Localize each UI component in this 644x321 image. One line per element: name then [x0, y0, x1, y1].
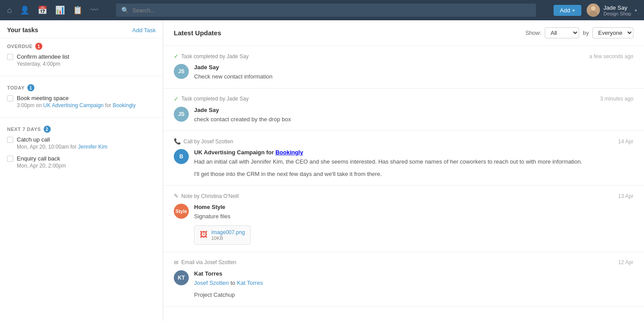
feed-detail: Jade Say check contact created by the dr…	[194, 107, 633, 124]
feed-text: check contact created by the drop box	[194, 115, 633, 124]
feed-name: Home Style	[194, 204, 633, 210]
feed-body: KT Kat Torres Josef Szotten to Kat Torre…	[174, 270, 633, 299]
main-content: Latest Updates Show: All Tasks Calls Not…	[163, 20, 644, 321]
user-area[interactable]: Jade Say Design Shop ▾	[587, 4, 637, 17]
avatar: JS	[174, 107, 189, 122]
show-select[interactable]: All Tasks Calls Notes Emails	[545, 27, 579, 38]
feed-detail: UK Advertising Campaign for Bookingly Ha…	[194, 149, 633, 178]
avatar	[587, 4, 600, 17]
feed-timestamp: 14 Apr	[618, 138, 633, 145]
task-checkbox[interactable]	[7, 54, 13, 60]
overdue-label: OVERDUE 1	[7, 43, 156, 50]
task-item: Book meeting space 3:00pm on UK Advertis…	[7, 95, 156, 108]
show-controls: Show: All Tasks Calls Notes Emails by Ev…	[525, 27, 633, 38]
chevron-down-icon: ▾	[635, 8, 637, 13]
top-navigation: ⌂ 👤 📅 📊 📋 〰 🔍 Add + Jade Say Design Sho	[0, 0, 644, 20]
feed-text: Josef Szotten to Kat Torres	[194, 279, 633, 287]
task-meta: Mon, Apr 20, 2:00pm	[17, 163, 156, 169]
phone-icon: 📞	[174, 138, 181, 145]
feed-item-4: ✎ Note by Christina O'Neill 13 Apr Style…	[163, 186, 644, 252]
task-meta: Mon, Apr 20, 10:00am for Jennifer Kim	[17, 144, 156, 150]
task-item: Enquiry call back Mon, Apr 20, 2:00pm	[7, 155, 156, 169]
feed-name: Jade Say	[194, 107, 633, 113]
next7days-section: NEXT 7 DAYS 2 Catch up call Mon, Apr 20,…	[0, 121, 163, 174]
feed-meta-row: 📞 Call by Josef Szotten 14 Apr	[174, 138, 633, 145]
today-badge: 1	[27, 84, 34, 91]
updates-header: Latest Updates Show: All Tasks Calls Not…	[163, 20, 644, 46]
search-bar[interactable]: 🔍	[116, 4, 536, 17]
feed-text: Had an initial call with Jennifer Kim, t…	[194, 157, 633, 166]
avatar: Style	[174, 204, 189, 219]
feed-timestamp: 3 minutes ago	[600, 96, 633, 102]
calendar-icon[interactable]: 📅	[37, 5, 47, 15]
task-name: Confirm attendee list	[17, 53, 156, 60]
updates-title: Latest Updates	[174, 29, 221, 37]
file-icon: 🖼	[200, 230, 208, 239]
main-layout: Your tasks Add Task OVERDUE 1 Confirm at…	[0, 20, 644, 321]
check-icon: ✓	[174, 96, 179, 102]
by-select[interactable]: Everyone Me Others	[592, 27, 633, 38]
feed-meta-row: ✎ Note by Christina O'Neill 13 Apr	[174, 193, 633, 199]
user-workspace: Design Shop	[603, 11, 631, 16]
search-input[interactable]	[132, 7, 531, 14]
task-checkbox[interactable]	[7, 95, 13, 101]
trending-icon[interactable]: 〰	[90, 6, 98, 15]
task-link[interactable]: Jennifer Kim	[78, 144, 108, 150]
feed-item-3: 📞 Call by Josef Szotten 14 Apr B UK Adve…	[163, 131, 644, 186]
feed-subtext: I'll get those into the CRM in the next …	[194, 170, 633, 179]
task-link2[interactable]: Bookingly	[112, 102, 135, 108]
feed-subtext: Project Catchup	[194, 291, 633, 299]
copy-icon[interactable]: 📋	[73, 5, 82, 15]
task-content: Catch up call Mon, Apr 20, 10:00am for J…	[17, 136, 156, 150]
feed-body: JS Jade Say Check new contact informatio…	[174, 64, 633, 81]
user-name: Jade Say	[603, 4, 631, 11]
attachment-name: image007.png	[211, 229, 245, 235]
feed-body: Style Home Style Signature files 🖼 image…	[174, 204, 633, 245]
feed-detail: Home Style Signature files 🖼 image007.pn…	[194, 204, 633, 245]
feed-link2[interactable]: Kat Torres	[237, 280, 263, 286]
sidebar-header: Your tasks Add Task	[0, 20, 163, 38]
feed-body: JS Jade Say check contact created by the…	[174, 107, 633, 124]
task-meta: Yesterday, 4:00pm	[17, 61, 156, 67]
task-content: Book meeting space 3:00pm on UK Advertis…	[17, 95, 156, 108]
home-icon[interactable]: ⌂	[7, 6, 12, 15]
feed-body: B UK Advertising Campaign for Bookingly …	[174, 149, 633, 178]
bar-chart-icon[interactable]: 📊	[55, 5, 65, 15]
feed-link[interactable]: Bookingly	[275, 149, 303, 156]
task-checkbox[interactable]	[7, 156, 13, 162]
feed-type: ✉ Email via Josef Szotten	[174, 259, 236, 266]
attachment[interactable]: 🖼 image007.png 10KB	[194, 225, 251, 245]
add-task-button[interactable]: Add Task	[132, 27, 156, 34]
sidebar: Your tasks Add Task OVERDUE 1 Confirm at…	[0, 20, 163, 321]
feed-meta-row: ✉ Email via Josef Szotten 12 Apr	[174, 259, 633, 266]
task-content: Confirm attendee list Yesterday, 4:00pm	[17, 53, 156, 67]
feed-timestamp: 13 Apr	[618, 193, 633, 199]
show-label: Show:	[525, 30, 541, 36]
task-name: Enquiry call back	[17, 155, 156, 162]
user-info: Jade Say Design Shop	[603, 4, 631, 16]
person-icon[interactable]: 👤	[20, 5, 30, 15]
note-icon: ✎	[174, 193, 179, 199]
task-checkbox[interactable]	[7, 137, 13, 143]
check-icon: ✓	[174, 53, 179, 60]
task-link[interactable]: UK Advertising Campaign	[43, 102, 104, 108]
svg-point-1	[591, 6, 595, 11]
attachment-info: image007.png 10KB	[211, 229, 245, 241]
attachment-size: 10KB	[211, 235, 245, 241]
feed-type: 📞 Call by Josef Szotten	[174, 138, 233, 145]
next7days-badge: 2	[44, 126, 51, 133]
task-name: Catch up call	[17, 136, 156, 143]
feed-link1[interactable]: Josef Szotten	[194, 280, 229, 286]
feed-item-1: ✓ Task completed by Jade Say a few secon…	[163, 46, 644, 89]
avatar: KT	[174, 270, 189, 285]
feed-name: UK Advertising Campaign for Bookingly	[194, 149, 633, 156]
task-content: Enquiry call back Mon, Apr 20, 2:00pm	[17, 155, 156, 169]
feed-meta-row: ✓ Task completed by Jade Say 3 minutes a…	[174, 96, 633, 102]
feed-text: Check new contact information	[194, 72, 633, 81]
overdue-section: OVERDUE 1 Confirm attendee list Yesterda…	[0, 38, 163, 72]
section-divider	[0, 117, 163, 118]
feed-name: Kat Torres	[194, 270, 633, 277]
task-name: Book meeting space	[17, 95, 156, 101]
add-button[interactable]: Add +	[554, 5, 581, 16]
task-item: Catch up call Mon, Apr 20, 10:00am for J…	[7, 136, 156, 150]
